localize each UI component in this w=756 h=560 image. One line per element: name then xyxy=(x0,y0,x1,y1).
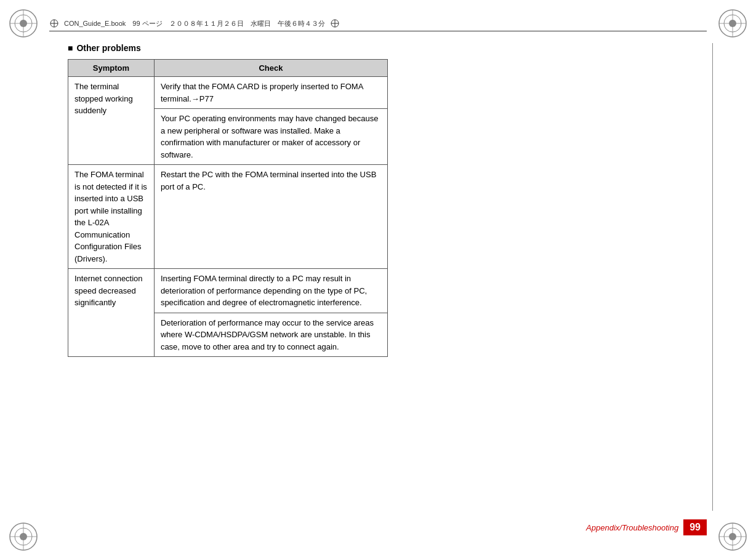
check-cell: Restart the PC with the FOMA terminal in… xyxy=(154,165,387,269)
table-row: Internet connection speed decreased sign… xyxy=(68,269,388,313)
table-row: The terminal stopped working suddenlyVer… xyxy=(68,77,388,109)
table-header-row: Symptom Check xyxy=(68,60,388,77)
symptom-cell: The FOMA terminal is not detected if it … xyxy=(68,165,155,269)
check-cell: Verify that the FOMA CARD is properly in… xyxy=(154,77,387,109)
corner-decoration-bl xyxy=(5,518,42,555)
check-cell: Your PC operating environments may have … xyxy=(154,109,387,165)
corner-decoration-br xyxy=(714,518,751,555)
crosshair-right-icon xyxy=(330,18,340,28)
symptom-cell: The terminal stopped working suddenly xyxy=(68,77,155,165)
col-header-check: Check xyxy=(154,60,387,77)
header-text: CON_Guide_E.book 99 ページ ２００８年１１月２６日 水曜日 … xyxy=(64,19,325,28)
right-page-divider xyxy=(712,43,713,511)
section-title: Other problems xyxy=(76,43,140,53)
footer-page-number: 99 xyxy=(683,519,707,535)
main-content: Other problems Symptom Check The termina… xyxy=(68,43,707,357)
footer-label: Appendix/Troubleshooting xyxy=(586,523,678,532)
problems-table: Symptom Check The terminal stopped worki… xyxy=(68,59,388,357)
col-header-symptom: Symptom xyxy=(68,60,155,77)
header-bar: CON_Guide_E.book 99 ページ ２００８年１１月２６日 水曜日 … xyxy=(49,18,707,31)
corner-decoration-tr xyxy=(714,5,751,42)
crosshair-left-icon xyxy=(49,18,59,28)
check-cell: Inserting FOMA terminal directly to a PC… xyxy=(154,269,387,313)
check-cell: Deterioration of performance may occur t… xyxy=(154,313,387,357)
section-heading: Other problems xyxy=(68,43,707,53)
corner-decoration-tl xyxy=(5,5,42,42)
table-row: The FOMA terminal is not detected if it … xyxy=(68,165,388,269)
footer-bar: Appendix/Troubleshooting 99 xyxy=(49,519,707,535)
symptom-cell: Internet connection speed decreased sign… xyxy=(68,269,155,357)
